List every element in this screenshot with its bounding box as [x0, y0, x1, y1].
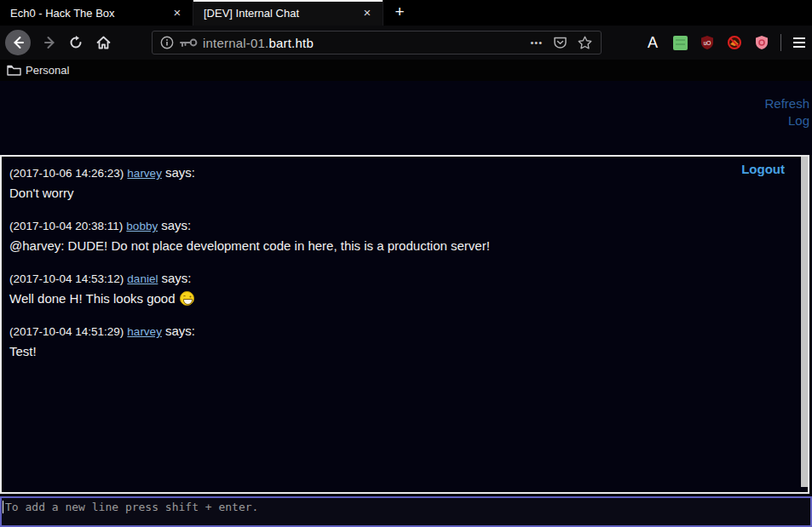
- url-bar[interactable]: internal-01.bart.htb •••: [152, 31, 602, 54]
- username-link[interactable]: daniel: [127, 272, 158, 285]
- bookmarks-bar: Personal: [0, 60, 812, 81]
- info-icon[interactable]: [160, 36, 174, 49]
- log-link[interactable]: Log: [788, 113, 809, 128]
- message-list: (2017-10-06 14:26:23)harveysays: Don't w…: [2, 157, 808, 358]
- navigation-toolbar: internal-01.bart.htb ••• A uO: [0, 26, 812, 60]
- url-subdomain: internal-01.: [203, 36, 268, 50]
- message-meta: (2017-10-04 14:51:29)harveysays:: [9, 324, 774, 338]
- extension-letter-a-icon[interactable]: A: [644, 34, 661, 51]
- forward-arrow-icon: [43, 36, 57, 49]
- chat-scrollbar[interactable]: [801, 157, 808, 487]
- green-square-icon: [673, 36, 688, 50]
- username-link[interactable]: harvey: [127, 325, 162, 338]
- message-timestamp: (2017-10-06 14:26:23): [9, 167, 124, 180]
- browser-window: Ech0 - Hack The Box × [DEV] Internal Cha…: [0, 0, 812, 527]
- says-label: says:: [165, 324, 195, 338]
- message-body: @harvey: DUDE! Do not place development …: [9, 238, 774, 253]
- extension-ublock-icon[interactable]: uO: [699, 34, 716, 51]
- tab-title: [DEV] Internal Chat: [204, 7, 359, 20]
- chat-message: (2017-10-04 14:51:29)harveysays: Test!: [9, 324, 774, 358]
- message-input[interactable]: [0, 496, 812, 527]
- insecure-key-icon: [179, 37, 198, 48]
- username-link[interactable]: harvey: [127, 167, 162, 180]
- urlbar-actions: •••: [530, 36, 601, 49]
- says-label: says:: [165, 165, 195, 180]
- says-label: says:: [161, 218, 191, 232]
- message-meta: (2017-10-04 14:53:12)danielsays:: [9, 271, 774, 285]
- back-arrow-icon: [11, 36, 25, 49]
- message-timestamp: (2017-10-04 20:38:11): [9, 220, 123, 232]
- hamburger-menu-icon[interactable]: [789, 32, 809, 53]
- back-button[interactable]: [5, 30, 31, 55]
- extension-privacy-shield-icon[interactable]: [753, 34, 770, 51]
- chat-message: (2017-10-04 14:53:12)danielsays: Well do…: [9, 271, 774, 306]
- bookmark-folder-personal[interactable]: Personal: [0, 64, 69, 77]
- folder-icon: [7, 65, 21, 77]
- message-meta: (2017-10-06 14:26:23)harveysays:: [9, 165, 774, 180]
- new-tab-icon[interactable]: +: [389, 2, 411, 24]
- message-timestamp: (2017-10-04 14:53:12): [9, 272, 124, 285]
- bookmark-label: Personal: [26, 64, 69, 77]
- reload-button[interactable]: [63, 30, 89, 55]
- tab-hackthebox[interactable]: Ech0 - Hack The Box ×: [0, 0, 193, 26]
- forward-button[interactable]: [37, 30, 63, 55]
- says-label: says:: [161, 271, 191, 285]
- message-body: Well done H! This looks good: [9, 291, 774, 306]
- page-content: Refresh Log Logout (2017-10-06 14:26:23)…: [0, 81, 812, 527]
- tab-bar: Ech0 - Hack The Box × [DEV] Internal Cha…: [0, 0, 812, 26]
- extension-foxyproxy-icon[interactable]: [726, 34, 743, 51]
- message-meta: (2017-10-04 20:38:11)bobbysays:: [9, 218, 774, 232]
- bookmark-star-icon[interactable]: [578, 36, 592, 49]
- extension-green-notes-icon[interactable]: [671, 34, 688, 51]
- site-identity[interactable]: [153, 36, 203, 49]
- refresh-link[interactable]: Refresh: [764, 96, 809, 111]
- grinning-emoji-icon: [180, 291, 194, 306]
- message-body: Test!: [9, 344, 774, 358]
- home-button[interactable]: [90, 30, 116, 55]
- tab-title: Ech0 - Hack The Box: [10, 7, 169, 20]
- home-icon: [96, 36, 111, 49]
- url-base-domain: bart.htb: [268, 36, 313, 50]
- page-actions-icon[interactable]: •••: [530, 37, 543, 48]
- url-text[interactable]: internal-01.bart.htb: [203, 36, 314, 50]
- username-link[interactable]: bobby: [126, 220, 158, 232]
- composer-area: [0, 496, 812, 527]
- logout-link[interactable]: Logout: [741, 162, 785, 176]
- close-icon[interactable]: ×: [359, 4, 376, 21]
- message-body: Don't worry: [9, 186, 774, 200]
- toolbar-separator: [780, 34, 781, 51]
- tab-internal-chat[interactable]: [DEV] Internal Chat ×: [193, 0, 383, 26]
- reload-icon: [69, 36, 83, 49]
- ublock-badge-text: uO: [704, 40, 711, 46]
- message-timestamp: (2017-10-04 14:51:29): [9, 325, 124, 338]
- close-icon[interactable]: ×: [169, 4, 186, 21]
- chat-message: (2017-10-04 20:38:11)bobbysays: @harvey:…: [9, 218, 774, 253]
- chat-message: (2017-10-06 14:26:23)harveysays: Don't w…: [9, 165, 774, 200]
- pocket-icon[interactable]: [553, 36, 567, 49]
- chat-panel: Logout (2017-10-06 14:26:23)harveysays: …: [0, 155, 809, 494]
- text-caret: [3, 501, 3, 513]
